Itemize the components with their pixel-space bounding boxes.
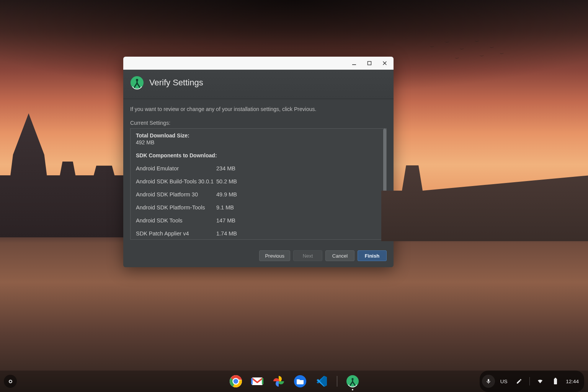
window-titlebar[interactable] xyxy=(123,57,394,70)
wizard-footer: Previous Next Cancel Finish xyxy=(123,244,394,267)
shelf-app-vscode[interactable] xyxy=(315,374,328,388)
component-size: 1.74 MB xyxy=(216,230,237,237)
svg-rect-12 xyxy=(555,378,556,379)
window-minimize-button[interactable] xyxy=(347,57,361,69)
tray-wifi-indicator[interactable] xyxy=(534,375,547,388)
tray-ime-button[interactable]: US xyxy=(497,375,510,388)
tray-battery-indicator[interactable] xyxy=(549,375,562,388)
settings-summary-scroll[interactable]: Total Download Size: 492 MB SDK Componen… xyxy=(131,129,383,239)
close-icon xyxy=(382,61,387,65)
files-icon xyxy=(293,374,307,388)
component-row: Android Emulator 234 MB xyxy=(136,165,378,172)
current-settings-label: Current Settings: xyxy=(130,120,387,126)
mic-icon xyxy=(485,378,492,384)
gmail-icon xyxy=(250,374,264,388)
wizard-title: Verify Settings xyxy=(149,78,203,88)
previous-button[interactable]: Previous xyxy=(259,250,290,261)
svg-rect-0 xyxy=(352,64,356,65)
component-name: Android SDK Platform 30 xyxy=(136,191,216,198)
battery-icon xyxy=(553,378,558,385)
component-size: 147 MB xyxy=(216,217,235,224)
component-row: Android SDK Tools 147 MB xyxy=(136,217,378,224)
component-row: Android SDK Platform 30 49.9 MB xyxy=(136,191,378,198)
minimize-icon xyxy=(352,61,356,65)
component-size: 9.1 MB xyxy=(216,204,234,211)
tray-clock[interactable]: 12:44 xyxy=(566,379,579,384)
component-size: 50.2 MB xyxy=(216,178,237,185)
svg-rect-1 xyxy=(368,62,371,65)
component-name: SDK Patch Applier v4 xyxy=(136,230,216,237)
maximize-icon xyxy=(367,61,372,65)
tray-separator xyxy=(529,377,530,385)
android-studio-icon xyxy=(346,374,359,388)
total-download-size-label: Total Download Size: xyxy=(136,132,378,139)
component-row: Android SDK Build-Tools 30.0.1 50.2 MB xyxy=(136,178,378,185)
tray-mic-button[interactable] xyxy=(482,375,495,388)
settings-scrollbar-thumb[interactable] xyxy=(383,129,386,217)
settings-scrollbar[interactable] xyxy=(383,129,386,239)
vscode-icon xyxy=(315,374,328,388)
chrome-icon xyxy=(229,374,243,388)
desktop-wallpaper: ︶︶︶︶︶︶︶︶ xyxy=(0,0,588,392)
android-studio-icon xyxy=(130,76,144,90)
wifi-icon xyxy=(537,378,543,384)
cancel-button[interactable]: Cancel xyxy=(325,250,354,261)
component-row: SDK Patch Applier v4 1.74 MB xyxy=(136,230,378,237)
shelf-app-gmail[interactable] xyxy=(250,374,264,388)
component-name: Android Emulator xyxy=(136,165,216,172)
shelf-app-photos[interactable] xyxy=(272,374,286,388)
component-name: Android SDK Build-Tools 30.0.1 xyxy=(136,178,216,185)
next-button: Next xyxy=(293,250,322,261)
pen-icon xyxy=(516,378,522,384)
component-name: Android SDK Tools xyxy=(136,217,216,224)
shelf-app-files[interactable] xyxy=(293,374,307,388)
component-size: 49.9 MB xyxy=(216,191,237,198)
svg-rect-11 xyxy=(554,379,557,384)
finish-button[interactable]: Finish xyxy=(358,250,387,261)
launcher-button[interactable] xyxy=(4,375,17,388)
shelf-app-android-studio[interactable] xyxy=(346,374,359,388)
component-name: Android SDK Platform-Tools xyxy=(136,204,216,211)
wallpaper-birds: ︶︶︶︶︶︶︶︶ xyxy=(420,34,519,80)
shelf-divider xyxy=(337,376,337,387)
shelf-app-chrome[interactable] xyxy=(229,374,243,388)
tray-ime-label: US xyxy=(500,379,508,384)
sdk-components-label: SDK Components to Download: xyxy=(136,152,378,158)
tray-pen-button[interactable] xyxy=(513,375,526,388)
total-download-size-value: 492 MB xyxy=(136,139,378,145)
google-photos-icon xyxy=(272,374,286,388)
component-row: Android SDK Platform-Tools 9.1 MB xyxy=(136,204,378,211)
window-close-button[interactable] xyxy=(377,57,392,69)
wizard-header: Verify Settings xyxy=(123,70,394,99)
setup-wizard-window: Verify Settings If you want to review or… xyxy=(123,57,394,267)
shelf-pinned-apps xyxy=(229,374,359,388)
wizard-intro-text: If you want to review or change any of y… xyxy=(130,106,387,112)
settings-summary-box: Total Download Size: 492 MB SDK Componen… xyxy=(130,128,387,240)
system-tray[interactable]: US 12:44 xyxy=(480,371,584,392)
window-maximize-button[interactable] xyxy=(362,57,377,69)
launcher-icon xyxy=(9,380,12,383)
os-shelf: US 12:44 xyxy=(0,371,588,392)
component-size: 234 MB xyxy=(216,165,235,172)
